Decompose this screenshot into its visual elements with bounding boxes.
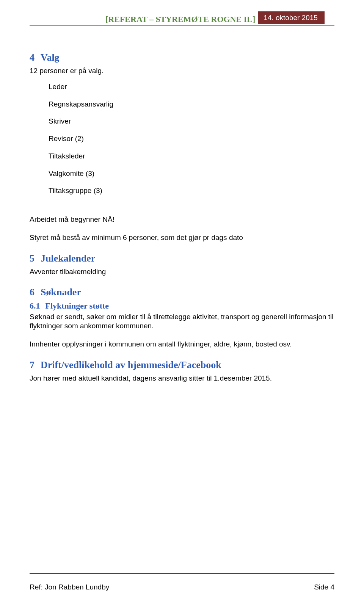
role-tiltaksgruppe: Tiltaksgruppe (3) xyxy=(49,186,334,195)
section-5-line1: Avventer tilbakemelding xyxy=(30,267,334,276)
section-4-intro: 12 personer er på valg. xyxy=(30,66,334,75)
section-5-num: 5 xyxy=(30,253,35,264)
section-6-1-line2: Innhenter opplysninger i kommunen om ant… xyxy=(30,340,334,349)
section-6-1-num: 6.1 xyxy=(30,301,40,310)
section-4-heading: 4Valg xyxy=(30,52,334,63)
header-date: 14. oktober 2015 xyxy=(258,11,325,24)
section-7-line1: Jon hører med aktuell kandidat, dagens a… xyxy=(30,374,334,383)
roles-list: Leder Regnskapsansvarlig Skriver Revisor… xyxy=(30,75,334,206)
section-4-line3: Styret må bestå av minimum 6 personer, s… xyxy=(30,233,334,242)
section-6-1-heading: 6.1Flyktninger støtte xyxy=(30,301,334,311)
bracket-right: ] xyxy=(253,14,255,24)
role-revisor: Revisor (2) xyxy=(49,134,334,143)
role-skriver: Skriver xyxy=(49,117,334,126)
section-6-1-title: Flyktninger støtte xyxy=(46,301,109,310)
role-valgkomite: Valgkomite (3) xyxy=(49,169,334,178)
role-tiltaksleder: Tiltaksleder xyxy=(49,152,334,161)
section-5-title: Julekalender xyxy=(41,253,95,264)
section-5-heading: 5Julekalender xyxy=(30,253,334,264)
section-7-title: Drift/vedlikehold av hjemmeside/Facebook xyxy=(41,359,221,370)
document-page: [REFERAT – STYREMØTE ROGNE IL] 14. oktob… xyxy=(0,0,364,605)
section-7-num: 7 xyxy=(30,359,35,370)
role-regnskap: Regnskapsansvarlig xyxy=(49,100,334,109)
section-7-heading: 7Drift/vedlikehold av hjemmeside/Faceboo… xyxy=(30,359,334,371)
section-6-title: Søknader xyxy=(41,287,81,298)
section-4-line2: Arbeidet må begynner NÅ! xyxy=(30,215,334,224)
footer-page: Side 4 xyxy=(314,583,334,591)
document-footer: Ref: Jon Rabben Lundby Side 4 xyxy=(30,573,334,591)
header-title-text: REFERAT – STYREMØTE ROGNE IL xyxy=(108,14,253,24)
role-leder: Leder xyxy=(49,82,334,91)
header-title: [REFERAT – STYREMØTE ROGNE IL] xyxy=(30,14,258,24)
footer-rule-top xyxy=(30,573,334,574)
section-4-title: Valg xyxy=(41,52,60,63)
footer-row: Ref: Jon Rabben Lundby Side 4 xyxy=(30,583,334,591)
section-4-num: 4 xyxy=(30,52,35,63)
footer-rule-bottom xyxy=(30,576,334,576)
section-6-num: 6 xyxy=(30,287,35,298)
document-header: [REFERAT – STYREMØTE ROGNE IL] 14. oktob… xyxy=(30,11,334,26)
document-content: 4Valg 12 personer er på valg. Leder Regn… xyxy=(30,26,334,382)
section-6-1-line1: Søknad er sendt, søker om midler til å t… xyxy=(30,312,334,331)
footer-ref: Ref: Jon Rabben Lundby xyxy=(30,583,109,591)
section-6-heading: 6Søknader xyxy=(30,287,334,298)
